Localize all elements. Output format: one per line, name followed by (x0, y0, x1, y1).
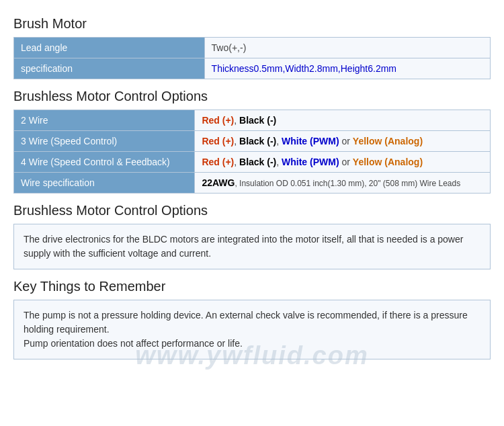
value-cell: Thickness0.5mm,Width2.8mm,Height6.2mm (204, 58, 490, 79)
brush-motor-table: Lead angle Two(+,-) specification Thickn… (13, 37, 491, 79)
value-cell: Red (+), Black (-), White (PWM) or Yello… (195, 152, 491, 173)
value-part: Black (-) (239, 157, 276, 167)
value-sep: , (234, 115, 239, 126)
table-row: 4 Wire (Speed Control & Feedback) Red (+… (14, 152, 491, 173)
brushless-description-text: The drive electronics for the BLDC motor… (24, 234, 463, 259)
brush-motor-title: Brush Motor (13, 16, 491, 32)
value-cell: Red (+), Black (-) (195, 110, 491, 131)
value-part: Black (-) (239, 136, 276, 146)
brushless-description-box: The drive electronics for the BLDC motor… (13, 224, 491, 269)
value-sep: or (339, 136, 353, 146)
value-cell: Two(+,-) (204, 38, 490, 58)
spec-value: Thickness0.5mm,Width2.8mm,Height6.2mm (212, 63, 396, 74)
label-cell: 4 Wire (Speed Control & Feedback) (14, 152, 195, 173)
value-part: White (PWM) (282, 157, 339, 167)
value-sep: or (339, 157, 353, 167)
value-cell: 22AWG, Insulation OD 0.051 inch(1.30 mm)… (195, 173, 491, 194)
value-sep: , (234, 136, 239, 146)
table-row: Wire specification 22AWG, Insulation OD … (14, 173, 491, 194)
value-part: Red (+) (202, 115, 234, 126)
page-container: Brush Motor Lead angle Two(+,-) specific… (0, 0, 504, 377)
brushless-options-table-title: Brushless Motor Control Options (13, 89, 491, 104)
value-sep: , (276, 136, 282, 146)
value-sep: , (234, 157, 239, 167)
value-part: White (PWM) (282, 136, 339, 146)
key-things-title: Key Things to Remember (13, 279, 491, 294)
table-row: specification Thickness0.5mm,Width2.8mm,… (14, 58, 491, 79)
value-part: Red (+) (202, 136, 234, 146)
value-part: Red (+) (202, 157, 234, 167)
table-row: 2 Wire Red (+), Black (-) (14, 110, 491, 131)
brushless-options-table: 2 Wire Red (+), Black (-) 3 Wire (Speed … (13, 110, 491, 194)
table-row: Lead angle Two(+,-) (14, 38, 491, 58)
key-things-line-1: The pump is not a pressure holding devic… (24, 308, 480, 337)
label-cell: Lead angle (14, 38, 205, 58)
key-things-box: The pump is not a pressure holding devic… (13, 300, 491, 359)
label-cell: specification (14, 58, 205, 79)
brushless-description-title: Brushless Motor Control Options (13, 203, 491, 218)
value-part: 22AWG (202, 177, 235, 188)
label-cell: 3 Wire (Speed Control) (14, 131, 195, 152)
key-things-line-2: Pump orientation does not affect perform… (24, 337, 480, 351)
value-part: Yellow (Analog) (353, 157, 423, 167)
value-part: , Insulation OD 0.051 inch(1.30 mm), 20"… (235, 179, 460, 188)
value-part: Yellow (Analog) (353, 136, 423, 146)
value-sep: , (276, 157, 282, 167)
value-part: Black (-) (239, 115, 276, 126)
table-row: 3 Wire (Speed Control) Red (+), Black (-… (14, 131, 491, 152)
label-cell: 2 Wire (14, 110, 195, 131)
label-cell: Wire specification (14, 173, 195, 194)
value-cell: Red (+), Black (-), White (PWM) or Yello… (195, 131, 491, 152)
